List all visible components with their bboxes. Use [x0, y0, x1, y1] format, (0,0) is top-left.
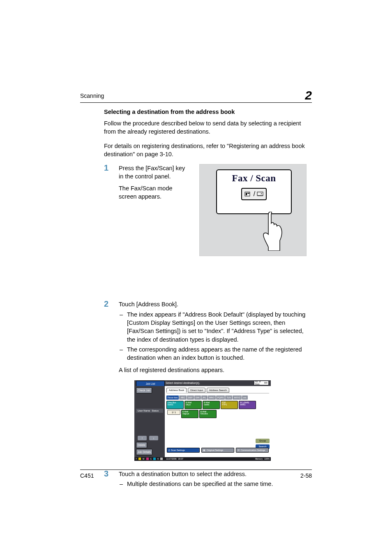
step-3-sub-1: –Multiple destinations can be specified … [104, 480, 311, 488]
dest-tokyo[interactable]: E-Mailtokyo [184, 401, 202, 409]
page-footer: C451 2-58 [80, 469, 312, 479]
header-rule [80, 102, 312, 103]
dest-counter-value: 000 [264, 382, 267, 384]
scroll-down-button[interactable]: ↓ [149, 436, 158, 440]
intro-paragraph-1: Follow the procedure described below to … [104, 119, 311, 136]
step-2-after: A list of registered destinations appear… [104, 366, 311, 374]
dest-ftp1[interactable]: FTPFTP1 [221, 401, 238, 409]
dest-box01[interactable]: User Boxbox01 [166, 401, 184, 409]
comm-settings-icon: ✉ [238, 449, 240, 451]
fax-icon [244, 191, 252, 197]
footer-page: 2-58 [300, 472, 312, 479]
scan-icon [257, 191, 263, 197]
job-details-button[interactable]: Job Details [136, 449, 152, 455]
toner-m-icon [146, 458, 149, 460]
screen-message: Select desired destination(s). [166, 382, 200, 384]
screen-top-bar: Job List Select desired destination(s). … [134, 380, 271, 386]
step-2-number: 2 [104, 299, 108, 309]
fax-scan-panel: Fax / Scan / [216, 169, 292, 214]
screen-bottom-bar: ⎙Scan Settings ▦Original Settings ✉Commu… [165, 447, 271, 453]
device-screen-figure: Job List Select desired destination(s). … [134, 380, 271, 461]
destination-grid: User Boxbox01 E-Mailtokyo E-Mailosaka FT… [166, 401, 269, 418]
index-ghi[interactable]: GHI [194, 395, 201, 400]
page-indicator[interactable]: 1/ 1 [167, 410, 180, 415]
section-heading: Selecting a destination from the address… [104, 109, 311, 115]
fax-scan-panel-lcd: / [241, 188, 267, 200]
dest-smb1[interactable]: PC (SMB)SMB1 [239, 401, 256, 409]
svg-rect-0 [245, 192, 250, 196]
step-2: 2 Touch [Address Book]. [104, 300, 311, 308]
screen-left-column: Check Job User Name Status ↑ ↓ Delete Jo… [134, 386, 165, 457]
footer-rule [80, 469, 312, 470]
step-1-text-a: Press the [Fax/Scan] key in the control … [119, 164, 191, 181]
fax-scan-key-figure: Fax / Scan / [199, 164, 307, 256]
delete-button[interactable]: Delete [136, 442, 147, 448]
original-settings-icon: ▦ [203, 449, 205, 451]
index-def[interactable]: DEF [187, 395, 194, 400]
svg-rect-2 [247, 193, 249, 194]
screen-status-bar: Y M C K 11/17/2006 19:37 Memory 100% [134, 457, 271, 461]
svg-rect-1 [246, 193, 247, 195]
comm-settings-button[interactable]: ✉Communication Settings [236, 448, 269, 453]
content: Selecting a destination from the address… [104, 106, 311, 488]
scroll-arrows: ↑ ↓ [138, 436, 161, 440]
step-2-sub-1: –The index appears if "Address Book Defa… [104, 310, 311, 344]
status-date: 11/17/2006 [166, 458, 176, 460]
step-2-sub-2: –The corresponding address appears as th… [104, 345, 311, 362]
toner-y-icon [138, 458, 141, 460]
fax-scan-panel-title: Fax / Scan [217, 173, 291, 184]
index-etc[interactable]: etc [242, 395, 247, 400]
scan-settings-button[interactable]: ⎙Scan Settings [167, 448, 200, 453]
hand-pointer-icon [259, 212, 284, 251]
index-abc[interactable]: ABC [179, 395, 186, 400]
step-2-text: Touch [Address Book]. [119, 300, 311, 308]
dest-counter: No. of Dest. 000 [254, 381, 268, 385]
address-search-tab[interactable]: Address Search [207, 388, 229, 393]
index-favorites[interactable]: Favor-ites [166, 395, 179, 400]
header-section: Scanning [80, 92, 302, 102]
step-1: 1 Press the [Fax/Scan] key in the contro… [104, 164, 311, 201]
toner-c-icon [153, 458, 156, 460]
address-book-tab[interactable]: Address Book [166, 388, 187, 393]
dest-osaka[interactable]: E-Mailosaka [203, 401, 220, 409]
scan-settings-icon: ⎙ [168, 449, 170, 451]
index-jkl[interactable]: JKL [201, 395, 208, 400]
svg-rect-3 [257, 192, 263, 196]
toner-k-icon [160, 458, 163, 460]
index-pqrs[interactable]: PQRS [216, 395, 225, 400]
page-header: Scanning 2 [80, 89, 312, 103]
index-wxyz[interactable]: WXYZ [233, 395, 242, 400]
direct-input-tab[interactable]: Direct Input [188, 388, 205, 393]
dest-counter-label: No. of Dest. [255, 380, 263, 385]
status-time: 19:37 [178, 458, 184, 460]
screen-main-panel: Address Book Direct Input Address Search… [165, 386, 271, 457]
check-job-button[interactable]: Check Job [136, 387, 152, 393]
memory-value: 100% [264, 458, 270, 460]
index-row: Favor-ites ABC DEF GHI JKL MNO PQRS TUV … [166, 395, 269, 400]
step-1-text-b: The Fax/Scan mode screen appears. [119, 184, 191, 201]
intro-paragraph-2: For details on registering destinations,… [104, 142, 311, 159]
index-tuv[interactable]: TUV [225, 395, 232, 400]
dest-fukuoka[interactable]: E-Mailfukuoka [199, 410, 217, 418]
slash: / [254, 190, 255, 198]
scroll-up-button[interactable]: ↑ [138, 436, 147, 440]
memory-label: Memory [255, 458, 263, 460]
dest-nagoya[interactable]: E-Mailnagoya [181, 410, 198, 418]
step-1-number: 1 [104, 163, 108, 173]
header-chapter-number: 2 [305, 89, 312, 102]
original-settings-button[interactable]: ▦Original Settings [201, 448, 234, 453]
user-status-header: User Name Status [136, 409, 163, 413]
group-button[interactable]: Group [256, 439, 270, 443]
footer-model: C451 [80, 472, 94, 479]
index-mno[interactable]: MNO [208, 395, 216, 400]
